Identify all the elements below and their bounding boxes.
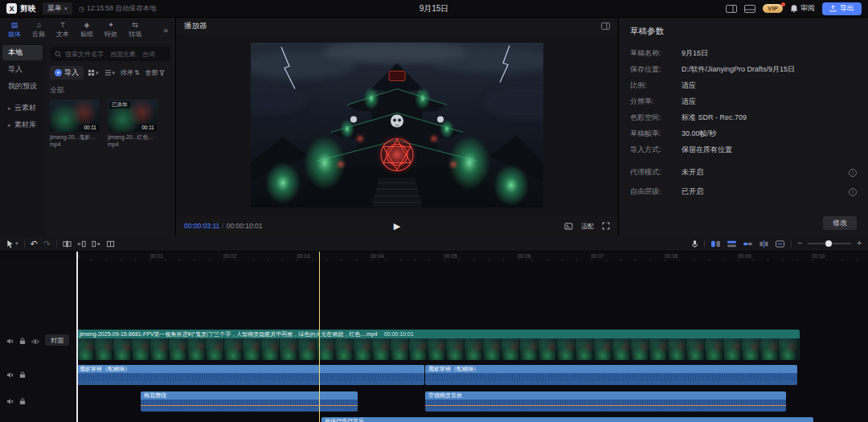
- timeline-ruler[interactable]: 000:0100:0200:0300:0400:0500:0600:0700:0…: [0, 252, 868, 262]
- filter-dropdown[interactable]: 全部: [144, 66, 166, 80]
- track-lock-button[interactable]: [19, 338, 26, 345]
- zoom-slider-handle[interactable]: [825, 240, 832, 247]
- track-mute-button[interactable]: [6, 371, 14, 379]
- timeline-audio-clip[interactable]: 魔蚁穿梭（配确隔）: [425, 365, 797, 385]
- track-mute-button[interactable]: [6, 338, 14, 345]
- auto-snap-toggle[interactable]: [727, 240, 737, 248]
- info-icon[interactable]: i: [849, 169, 857, 177]
- export-button[interactable]: 导出: [822, 2, 862, 15]
- sidebar-item-library[interactable]: ▸ 素材库: [2, 117, 43, 133]
- review-label: 审阅: [800, 3, 815, 14]
- media-clip-card[interactable]: 00:11 jimeng-20...鬼影...mp4: [50, 100, 100, 148]
- timeline: ▾ ↶ ↷: [0, 236, 868, 422]
- video-clip-name: jimeng-2025-09-15-8681-FPV第一视角推进到“鬼灵门”三个…: [80, 330, 378, 338]
- undo-button[interactable]: ↶: [31, 236, 38, 251]
- chevron-right-icon: ▸: [8, 105, 13, 112]
- media-panel: ▤ 媒体 ♫ 音频 T 文本 ◈ 贴纸 ✦ 特效: [0, 18, 175, 236]
- ruler-tick: 00:05: [444, 253, 457, 259]
- vip-badge[interactable]: VIP: [763, 4, 783, 13]
- clip-thumbnail[interactable]: 已添加 00:11: [108, 100, 158, 132]
- modify-button[interactable]: 修改: [823, 216, 857, 230]
- param-label: 导入方式:: [630, 145, 682, 154]
- tab-audio[interactable]: ♫ 音频: [27, 21, 51, 39]
- timeline-audio-clip[interactable]: 空镜幽灵音效: [425, 391, 786, 412]
- param-row-framerate: 草稿帧率: 30.00帧/秒: [630, 129, 857, 138]
- global-fit-toggle[interactable]: [775, 240, 785, 248]
- tab-label: 特效: [104, 30, 117, 39]
- media-clip-card[interactable]: 已添加 00:11 jimeng-20...红色...mp4: [108, 100, 158, 148]
- fit-mode-dropdown[interactable]: 适配: [579, 219, 596, 233]
- search-box[interactable]: [50, 47, 170, 61]
- select-tool-button[interactable]: ▾: [6, 236, 18, 251]
- search-input[interactable]: [65, 51, 166, 58]
- added-badge: 已添加: [109, 101, 130, 109]
- audio-waveform: [425, 399, 786, 412]
- ruler-tick: 00:09: [739, 253, 751, 259]
- track-mute-button[interactable]: [6, 398, 14, 405]
- effects-icon: ✦: [108, 21, 114, 29]
- timeline-video-clip[interactable]: jimeng-2025-09-15-8681-FPV第一视角推进到“鬼灵门”三个…: [76, 330, 800, 360]
- timeline-audio-clip[interactable]: 最佳行也行音乐: [321, 417, 813, 422]
- track-lock-button[interactable]: [19, 371, 26, 379]
- tab-sticker[interactable]: ◈ 贴纸: [75, 21, 99, 39]
- main-track-magnet-toggle[interactable]: [710, 240, 721, 248]
- import-button[interactable]: + 导入: [50, 66, 84, 80]
- timeline-audio-clip[interactable]: 魔蚁穿梭（配确隔）: [76, 365, 424, 385]
- trim-left-button[interactable]: [77, 236, 86, 251]
- info-icon[interactable]: i: [849, 188, 857, 196]
- more-tabs-button[interactable]: »: [163, 26, 173, 35]
- layout-alt-button[interactable]: [744, 5, 755, 13]
- track-lock-button[interactable]: [19, 398, 26, 405]
- divider: [24, 240, 25, 248]
- play-button[interactable]: ▶: [394, 221, 400, 231]
- tab-label: 贴纸: [80, 30, 93, 39]
- split-clip-button[interactable]: [63, 236, 72, 251]
- fullscreen-icon[interactable]: [602, 222, 610, 230]
- cover-button[interactable]: 封面: [45, 334, 69, 346]
- app-logo[interactable]: X 剪映: [6, 3, 36, 14]
- zoom-out-button[interactable]: −: [797, 240, 802, 248]
- nav-label: 本地: [8, 47, 23, 58]
- menu-button[interactable]: 菜单 ▾: [43, 2, 72, 14]
- list-mode-dropdown[interactable]: ▾: [103, 66, 117, 80]
- sidebar-item-presets[interactable]: 我的预设: [2, 79, 43, 94]
- draft-params-panel: 草稿参数 草稿名称: 9月15日 保存位置: D:/软件/JianyingPro…: [619, 18, 868, 236]
- global-fit-icon: [775, 240, 785, 248]
- filmstrip-frame: [428, 338, 446, 360]
- review-button[interactable]: 审阅: [790, 3, 815, 14]
- zoom-in-button[interactable]: +: [857, 240, 862, 248]
- menu-label: 菜单: [47, 3, 62, 14]
- document-title: 9月15日: [420, 0, 449, 18]
- sidebar-item-local[interactable]: 本地: [2, 45, 43, 60]
- linkage-toggle[interactable]: [743, 240, 753, 248]
- vip-label: VIP: [768, 5, 778, 12]
- playhead[interactable]: [319, 252, 320, 422]
- tab-effects[interactable]: ✦ 特效: [99, 21, 123, 39]
- tab-media[interactable]: ▤ 媒体: [2, 21, 27, 39]
- player-panel: 播放器: [176, 18, 618, 236]
- tab-transition[interactable]: ⇆ 转场: [123, 21, 147, 39]
- snap-icon: [727, 240, 737, 248]
- freeze-frame-button[interactable]: [106, 236, 115, 251]
- timeline-zoom-slider[interactable]: [808, 243, 851, 244]
- preview-axis-toggle[interactable]: [759, 240, 769, 248]
- redo-button[interactable]: ↷: [43, 236, 51, 251]
- sort-dropdown[interactable]: 排序 ⇅: [119, 66, 141, 80]
- sidebar-item-cloud[interactable]: ▸ 云素材: [2, 100, 43, 116]
- clip-thumbnail[interactable]: 00:11: [50, 100, 100, 132]
- sort-icon: ⇅: [134, 69, 140, 76]
- frame-preview-icon[interactable]: [564, 223, 573, 230]
- layout-default-button[interactable]: [726, 5, 737, 13]
- tab-text[interactable]: T 文本: [51, 21, 75, 39]
- timeline-toolbar: ▾ ↶ ↷: [0, 236, 868, 252]
- trim-right-button[interactable]: [92, 236, 100, 251]
- freeze-frame-icon: [106, 240, 115, 248]
- view-mode-dropdown[interactable]: ▾: [86, 66, 100, 80]
- record-voiceover-button[interactable]: [691, 240, 698, 248]
- video-preview[interactable]: [251, 43, 543, 207]
- sidebar-item-import[interactable]: 导入: [2, 62, 43, 77]
- audio-waveform: [141, 399, 358, 412]
- player-options-icon[interactable]: [601, 23, 610, 30]
- track-hide-button[interactable]: [31, 338, 39, 345]
- timeline-audio-clip[interactable]: 梅花蕾绕: [141, 391, 358, 412]
